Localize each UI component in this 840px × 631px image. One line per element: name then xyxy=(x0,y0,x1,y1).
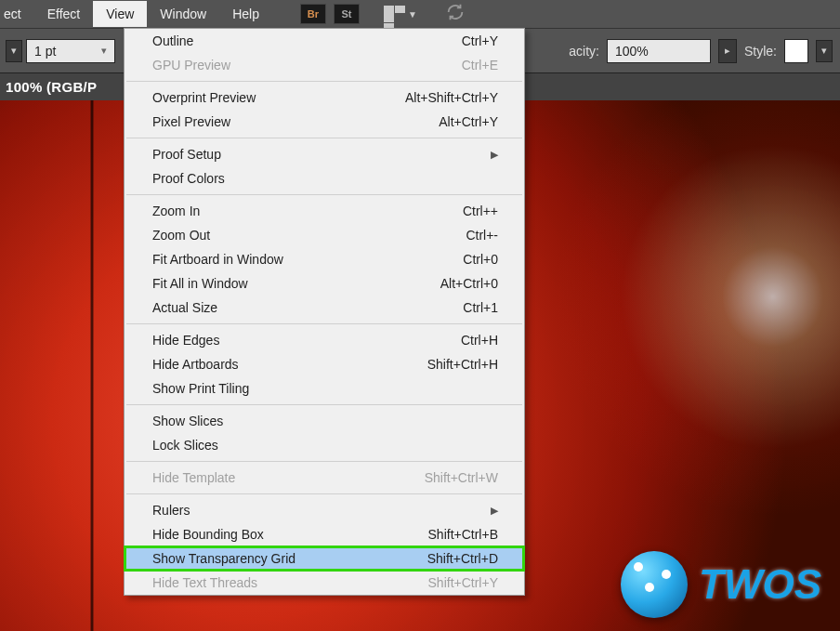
menubar-icons: Br St ▼ xyxy=(300,2,466,27)
menu-item-show-slices[interactable]: Show Slices xyxy=(125,409,524,433)
chevron-down-icon[interactable]: ▼ xyxy=(408,9,417,20)
menu-item-label: Proof Setup xyxy=(152,147,221,162)
opacity-flyout-caret[interactable]: ▸ xyxy=(718,39,737,63)
menu-item-shortcut: Shift+Ctrl+Y xyxy=(428,575,498,590)
menu-item-shortcut: Ctrl+H xyxy=(461,333,498,348)
fill-dropdown-caret[interactable]: ▾ xyxy=(6,40,22,62)
menu-item-shortcut: Shift+Ctrl+B xyxy=(428,527,498,542)
menu-item-shortcut: Ctrl+E xyxy=(462,58,498,72)
menu-item-label: Hide Text Threads xyxy=(152,575,257,590)
menu-effect[interactable]: Effect xyxy=(34,1,94,27)
style-label: Style: xyxy=(744,44,777,59)
menu-item-label: Pixel Preview xyxy=(152,114,230,129)
sync-settings-icon[interactable] xyxy=(445,2,466,27)
menu-effect-partial[interactable]: ect xyxy=(4,1,34,27)
menu-item-shortcut: Ctrl+0 xyxy=(463,252,498,267)
menubar: ect Effect View Window Help Br St ▼ xyxy=(0,0,840,28)
menu-item-actual-size[interactable]: Actual SizeCtrl+1 xyxy=(125,296,524,320)
menu-item-zoom-out[interactable]: Zoom OutCtrl+- xyxy=(125,223,524,247)
menu-item-gpu-preview: GPU PreviewCtrl+E xyxy=(125,53,524,77)
menu-item-label: Show Print Tiling xyxy=(152,381,249,396)
menu-item-hide-artboards[interactable]: Hide ArtboardsShift+Ctrl+H xyxy=(125,352,524,376)
menu-item-label: Hide Edges xyxy=(152,333,219,348)
menu-item-label: Proof Colors xyxy=(152,171,225,186)
menu-item-show-print-tiling[interactable]: Show Print Tiling xyxy=(125,376,524,401)
menu-separator xyxy=(126,404,522,405)
menu-item-label: Outline xyxy=(152,33,193,48)
menu-item-shortcut: Alt+Ctrl+0 xyxy=(440,276,498,291)
menu-item-label: Zoom Out xyxy=(152,228,210,243)
menu-item-fit-all-in-window[interactable]: Fit All in WindowAlt+Ctrl+0 xyxy=(125,271,524,296)
stroke-weight-value: 1 pt xyxy=(34,44,56,59)
menu-item-proof-setup[interactable]: Proof Setup▶ xyxy=(125,142,524,166)
document-tab-title[interactable]: 100% (RGB/P xyxy=(0,79,102,95)
workspace-switcher-icon[interactable] xyxy=(384,6,406,22)
style-dropdown-caret[interactable]: ▾ xyxy=(816,40,833,62)
menu-item-show-transparency-grid[interactable]: Show Transparency GridShift+Ctrl+D xyxy=(125,546,524,571)
menu-item-fit-artboard-in-window[interactable]: Fit Artboard in WindowCtrl+0 xyxy=(125,247,524,271)
menu-item-label: GPU Preview xyxy=(152,58,230,72)
vertical-guide[interactable] xyxy=(91,100,93,631)
menu-item-label: Fit Artboard in Window xyxy=(152,252,283,267)
stock-icon[interactable]: St xyxy=(334,4,360,24)
menu-item-label: Hide Artboards xyxy=(152,357,239,372)
watermark: TWOS xyxy=(621,551,821,618)
stroke-weight-field[interactable]: 1 pt ▾ xyxy=(26,39,115,63)
menu-view[interactable]: View xyxy=(93,1,147,27)
menu-item-shortcut: Ctrl+- xyxy=(466,228,498,243)
menu-help[interactable]: Help xyxy=(219,1,272,27)
opacity-field[interactable]: 100% xyxy=(607,39,711,63)
watermark-text: TWOS xyxy=(699,561,821,608)
menu-item-label: Overprint Preview xyxy=(152,90,256,105)
menu-item-shortcut: Ctrl++ xyxy=(463,204,498,218)
watermark-bubble-icon xyxy=(621,551,688,618)
menu-item-label: Show Slices xyxy=(152,414,223,428)
menu-separator xyxy=(126,138,522,138)
opacity-label: acity: xyxy=(569,44,599,59)
menu-item-shortcut: Alt+Shift+Ctrl+Y xyxy=(405,90,498,105)
menu-item-shortcut: Ctrl+1 xyxy=(463,300,498,315)
menu-item-label: Hide Bounding Box xyxy=(152,527,264,542)
menu-item-label: Hide Template xyxy=(152,470,235,485)
chevron-down-icon: ▾ xyxy=(101,45,107,57)
menu-separator xyxy=(126,493,522,494)
view-dropdown-menu: OutlineCtrl+YGPU PreviewCtrl+EOverprint … xyxy=(124,28,525,596)
menu-item-rulers[interactable]: Rulers▶ xyxy=(125,498,524,522)
menu-item-shortcut: Shift+Ctrl+D xyxy=(427,551,498,566)
menu-separator xyxy=(126,194,522,195)
menu-separator xyxy=(126,323,522,324)
menu-item-hide-bounding-box[interactable]: Hide Bounding BoxShift+Ctrl+B xyxy=(125,522,524,546)
menu-item-shortcut: Alt+Ctrl+Y xyxy=(439,114,498,129)
menu-item-shortcut: Shift+Ctrl+H xyxy=(427,357,498,372)
opacity-value: 100% xyxy=(615,44,649,59)
menu-item-overprint-preview[interactable]: Overprint PreviewAlt+Shift+Ctrl+Y xyxy=(125,85,524,110)
menu-item-label: Show Transparency Grid xyxy=(152,551,295,566)
menu-separator xyxy=(126,461,522,462)
menu-item-label: Rulers xyxy=(152,503,190,518)
chevron-right-icon: ▶ xyxy=(491,149,498,161)
graphic-style-swatch[interactable] xyxy=(784,39,808,63)
menu-item-label: Actual Size xyxy=(152,300,217,315)
menu-item-zoom-in[interactable]: Zoom InCtrl++ xyxy=(125,199,524,223)
menu-item-outline[interactable]: OutlineCtrl+Y xyxy=(125,29,524,53)
menu-window[interactable]: Window xyxy=(147,1,219,27)
menu-item-pixel-preview[interactable]: Pixel PreviewAlt+Ctrl+Y xyxy=(125,110,524,134)
menu-item-shortcut: Shift+Ctrl+W xyxy=(425,470,498,485)
menu-item-hide-edges[interactable]: Hide EdgesCtrl+H xyxy=(125,328,524,352)
bridge-icon[interactable]: Br xyxy=(300,4,326,24)
menu-item-proof-colors[interactable]: Proof Colors xyxy=(125,166,524,191)
menu-item-label: Lock Slices xyxy=(152,438,218,453)
menu-item-label: Fit All in Window xyxy=(152,276,248,291)
menu-item-shortcut: Ctrl+Y xyxy=(462,33,498,48)
menu-separator xyxy=(126,81,522,82)
chevron-right-icon: ▶ xyxy=(491,505,498,517)
menu-item-lock-slices[interactable]: Lock Slices xyxy=(125,433,524,457)
menu-item-label: Zoom In xyxy=(152,204,200,218)
menu-item-hide-template: Hide TemplateShift+Ctrl+W xyxy=(125,466,524,490)
menu-item-hide-text-threads: Hide Text ThreadsShift+Ctrl+Y xyxy=(125,571,524,595)
